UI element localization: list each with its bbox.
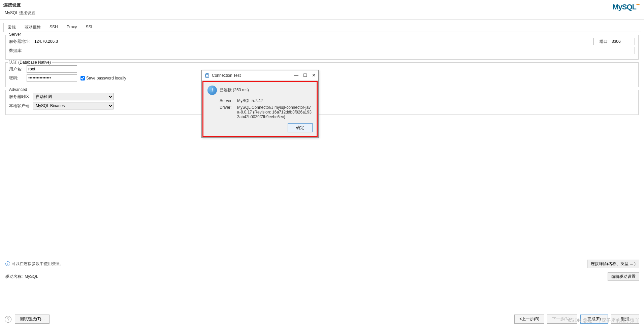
dialog-titlebar[interactable]: Connection Test — ☐ ✕ [202,70,318,80]
variables-hint: 可以在连接参数中使用变量。 [11,261,64,267]
database-icon [204,73,210,78]
client-select[interactable]: MySQL Binaries [33,102,114,109]
back-button[interactable]: <上一步(B) [514,315,544,324]
driver-name-value: MySQL [25,274,38,279]
save-password-checkbox-wrap[interactable]: Save password locally [80,76,126,80]
maximize-icon[interactable]: ☐ [303,73,307,78]
tab-proxy[interactable]: Proxy [62,23,82,32]
page-subtitle: MySQL 连接设置 [3,10,641,16]
svg-point-0 [205,73,209,74]
host-input[interactable] [33,38,594,45]
advanced-legend: Advanced [8,87,28,92]
driver-label: Driver: [220,105,237,119]
auth-fieldset: 认证 (Database Native) 用户名: 密码: Save passw… [5,62,639,87]
driver-value: MySQL Connector/J mysql-connector-java-8… [237,105,313,119]
page-title: 连接设置 [3,2,641,8]
username-input[interactable] [27,65,77,73]
connected-text: 已连接 (253 ms) [220,86,249,93]
password-label: 密码: [9,75,25,81]
tab-driver-properties[interactable]: 驱动属性 [20,23,45,32]
server-label: Server: [220,98,237,103]
footer: ? 测试链接(T)... <上一步(B) 下一步(N)> 完成(F) 取消 [0,311,644,327]
dialog-title: Connection Test [212,73,241,78]
client-label: 本地客户端: [9,103,31,109]
database-input[interactable] [33,47,635,54]
host-label: 服务器地址: [9,39,31,44]
dolphin-icon: 〰 [636,3,639,6]
database-label: 数据库: [9,48,31,54]
tab-ssh[interactable]: SSH [45,23,62,32]
help-icon[interactable]: ? [5,316,11,323]
save-password-label: Save password locally [86,76,126,80]
minimize-icon[interactable]: — [294,73,298,78]
ok-button[interactable]: 确定 [288,123,313,132]
driver-name-label: 驱动名称: [5,274,23,280]
tab-ssl[interactable]: SSL [81,23,98,32]
tabs-bar: 常规 驱动属性 SSH Proxy SSL [3,23,641,32]
server-fieldset: Server 服务器地址: 端口: 数据库: [5,35,639,60]
port-input[interactable] [610,38,635,45]
mysql-logo: MySQL〰 [612,3,639,11]
advanced-fieldset: Advanced 服务器时区: 自动检测 本地客户端: MySQL Binari… [5,90,639,115]
info-icon: i [207,86,217,95]
test-connection-button[interactable]: 测试链接(T)... [15,315,50,324]
finish-button[interactable]: 完成(F) [580,315,608,324]
mysql-logo-text: MySQL [612,3,636,11]
timezone-select[interactable]: 自动检测 [33,93,114,100]
info-icon: i [5,261,10,266]
edit-driver-button[interactable]: 编辑驱动设置 [608,272,639,281]
connection-test-dialog: Connection Test — ☐ ✕ i 已连接 (253 ms) Ser… [201,70,319,138]
auth-legend: 认证 (Database Native) [8,60,52,65]
dialog-body: i 已连接 (253 ms) Server: MySQL 5.7.42 Driv… [202,81,318,137]
next-button: 下一步(N)> [547,315,577,324]
server-value: MySQL 5.7.42 [237,98,313,103]
timezone-label: 服务器时区: [9,94,31,100]
server-legend: Server [8,32,22,37]
divider [0,19,644,20]
tab-general[interactable]: 常规 [3,23,20,32]
connection-details-button[interactable]: 连接详情(名称、类型 ... ) [587,260,639,268]
port-label: 端口: [595,39,609,44]
close-icon[interactable]: ✕ [312,73,316,78]
save-password-checkbox[interactable] [80,76,85,80]
cancel-button[interactable]: 取消 [611,315,639,324]
username-label: 用户名: [9,66,25,72]
password-input[interactable] [27,74,77,82]
